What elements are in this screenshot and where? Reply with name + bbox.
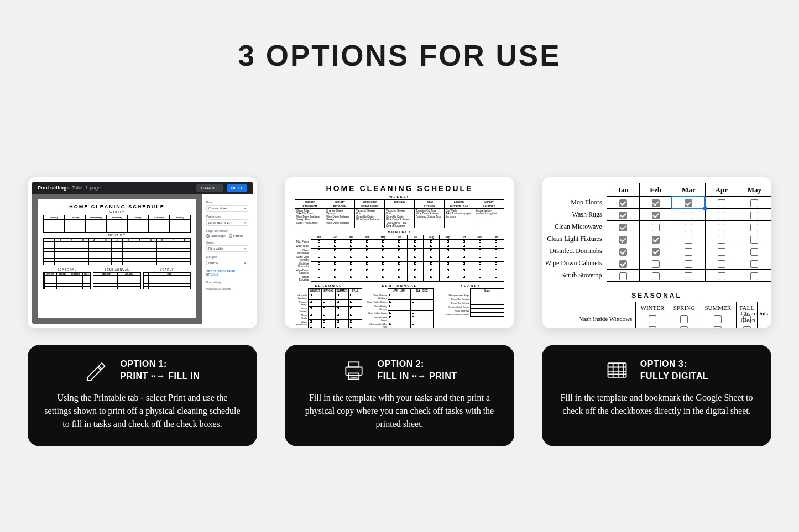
scale-select[interactable]: Fit to width bbox=[206, 245, 248, 252]
option-3: OPTION 3:FULLY DIGITAL Fill in the templ… bbox=[542, 345, 771, 446]
checkbox-cell[interactable] bbox=[607, 245, 639, 257]
checkbox-cell[interactable] bbox=[672, 270, 705, 282]
dialog-subtitle: Total: 1 page bbox=[72, 185, 101, 191]
checkbox-cell[interactable] bbox=[672, 209, 705, 221]
checkbox-cell[interactable] bbox=[639, 233, 672, 245]
dialog-title: Print settings bbox=[38, 185, 70, 191]
checkbox-cell[interactable] bbox=[705, 245, 738, 257]
checkbox-cell[interactable] bbox=[639, 257, 672, 270]
checkbox-cell[interactable] bbox=[607, 257, 639, 270]
checkbox-cell[interactable] bbox=[672, 257, 705, 270]
checkbox-cell[interactable] bbox=[738, 233, 771, 245]
checkbox-cell[interactable] bbox=[607, 233, 639, 245]
checkbox-cell[interactable] bbox=[639, 221, 672, 233]
checkbox-cell[interactable] bbox=[738, 221, 771, 233]
desc-row: OPTION 1:PRINT ··→ FILL IN Using the Pri… bbox=[0, 345, 799, 446]
checkbox-cell[interactable] bbox=[639, 245, 672, 257]
checkbox-cell[interactable] bbox=[738, 245, 771, 257]
cancel-button[interactable]: CANCEL bbox=[196, 184, 223, 192]
page-breaks-link[interactable]: SET CUSTOM PAGE BREAKS bbox=[206, 270, 248, 276]
card-filled-sheet: HOME CLEANING SCHEDULE WEEKLY MondayTues… bbox=[285, 177, 514, 328]
checkbox-cell[interactable] bbox=[607, 221, 639, 233]
checkbox-cell[interactable] bbox=[672, 197, 705, 209]
checkbox-cell[interactable] bbox=[607, 209, 639, 221]
card-digital-sheet: JanFebMarAprMayMop FloorsWash RugsClean … bbox=[542, 177, 771, 328]
margins-select[interactable]: Narrow bbox=[206, 260, 248, 266]
cards-row: Print settings Total: 1 page CANCEL NEXT… bbox=[0, 177, 799, 328]
checkbox-cell[interactable] bbox=[705, 221, 738, 233]
checkbox-cell[interactable] bbox=[639, 270, 672, 282]
checkbox-cell[interactable] bbox=[672, 245, 705, 257]
print-preview-page: HOME CLEANING SCHEDULE WEEKLY MondayTues… bbox=[38, 199, 196, 318]
print-settings-panel: Print Current sheet Paper size Letter (8… bbox=[202, 194, 253, 324]
svg-rect-0 bbox=[346, 367, 362, 376]
checkbox-cell[interactable] bbox=[705, 270, 738, 282]
svg-rect-1 bbox=[349, 362, 359, 367]
page-title: 3 OPTIONS FOR USE bbox=[0, 0, 799, 72]
checkbox-cell[interactable] bbox=[705, 233, 738, 245]
checkbox-cell[interactable] bbox=[738, 257, 771, 270]
option-2: OPTION 2:FILL IN ··→ PRINT Fill in the t… bbox=[285, 345, 514, 446]
landscape-radio[interactable]: Landscape bbox=[206, 234, 226, 238]
option-1: OPTION 1:PRINT ··→ FILL IN Using the Pri… bbox=[28, 345, 257, 446]
checkbox-cell[interactable] bbox=[672, 221, 705, 233]
print-select[interactable]: Current sheet bbox=[206, 205, 248, 212]
spreadsheet-icon bbox=[605, 358, 629, 382]
checkbox-cell[interactable] bbox=[672, 233, 705, 245]
portrait-radio[interactable]: Portrait bbox=[229, 234, 243, 238]
checkbox-cell[interactable] bbox=[705, 209, 738, 221]
checkbox-cell[interactable] bbox=[607, 197, 639, 209]
next-button[interactable]: NEXT bbox=[227, 184, 247, 192]
card-print-settings: Print settings Total: 1 page CANCEL NEXT… bbox=[28, 177, 257, 328]
write-icon bbox=[85, 358, 109, 382]
checkbox-cell[interactable] bbox=[639, 209, 672, 221]
checkbox-cell[interactable] bbox=[607, 270, 639, 282]
checkbox-cell[interactable] bbox=[639, 197, 672, 209]
checkbox-cell[interactable] bbox=[738, 270, 771, 282]
printer-icon bbox=[342, 358, 366, 382]
checkbox-cell[interactable] bbox=[705, 257, 738, 270]
paper-select[interactable]: Letter (8.5" x 11") bbox=[206, 219, 248, 226]
checkbox-cell[interactable] bbox=[705, 197, 738, 209]
checkbox-cell[interactable] bbox=[738, 197, 771, 209]
checkbox-cell[interactable] bbox=[738, 209, 771, 221]
